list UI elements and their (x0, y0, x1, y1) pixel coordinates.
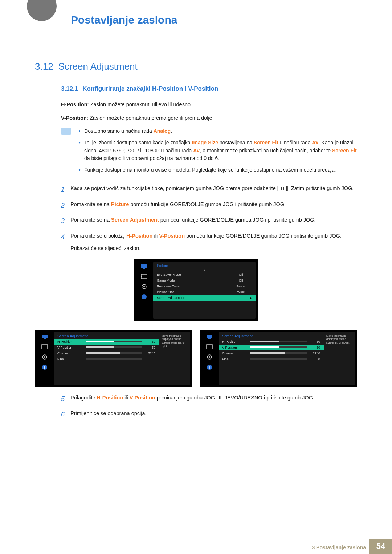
step4-c: ili (152, 233, 159, 239)
step5-a: Prilagodite (70, 395, 97, 401)
picture-frame-icon (140, 273, 148, 280)
osd-row-value: Off (230, 279, 252, 282)
svg-text:i: i (44, 365, 45, 369)
step3-screenadj: Screen Adjustment (111, 217, 159, 223)
osd-slider-row[interactable]: H-Position50 (54, 339, 159, 345)
page-footer: 3 Postavljanje zaslona 54 (0, 535, 392, 554)
slider-value: 50 (309, 346, 320, 349)
picture-frame-icon (41, 344, 49, 350)
step4-hpos: H-Position (126, 233, 153, 239)
svg-rect-9 (42, 345, 48, 349)
monitor-icon (41, 333, 49, 340)
svg-text:i: i (209, 365, 210, 369)
osd-slider-row[interactable]: V-Position50 (219, 345, 324, 350)
osd-selected-label: Screen Adjustment (157, 296, 250, 300)
chapter-title: Postavljanje zaslona (0, 0, 392, 26)
osd-hposition-panel: i Screen Adjustment H-Position50V-Positi… (35, 330, 192, 387)
step4-vpos: V-Position (159, 233, 185, 239)
osd-row-label: Eye Saver Mode (157, 273, 230, 276)
step-num: 4 (61, 232, 70, 253)
step3-c: pomoću funkcije GORE/DOLJE gumba JOG i p… (159, 217, 316, 223)
osd-row-selected[interactable]: Screen Adjustment ▸ (153, 295, 256, 301)
osd-slider-row[interactable]: Coarse2240 (54, 350, 159, 356)
step4-f: Prikazat će se sljedeći zaslon. (70, 244, 357, 253)
slider-value: 50 (144, 346, 155, 349)
step2-a: Pomaknite se na (70, 201, 111, 207)
slider-bar[interactable] (250, 358, 307, 360)
vposition-label: V-Position (61, 115, 87, 121)
osd-sidebar-right: i (202, 332, 217, 385)
osd-body: Picture ▲ Eye Saver ModeOffGame ModeOffR… (153, 262, 256, 319)
slider-bar[interactable] (250, 341, 307, 342)
step-4: 4 Pomaknite se u položaj H-Position ili … (61, 232, 357, 253)
step4-a: Pomaknite se u položaj (70, 233, 126, 239)
step1-a: Kada se pojavi vodič za funkcijske tipke… (70, 185, 279, 191)
slider-bar[interactable] (86, 358, 142, 360)
step-2: 2 Pomaknite se na Picture pomoću funkcij… (61, 200, 357, 211)
chevron-right-icon: ▸ (250, 296, 252, 300)
vposition-desc: V-Position: Zaslon možete pomaknuti prem… (61, 114, 357, 122)
svg-rect-14 (207, 335, 212, 338)
osd-slider-row[interactable]: V-Position50 (54, 345, 159, 350)
osd-row[interactable]: Response TimeFaster (153, 283, 256, 289)
hposition-desc: H-Position: Zaslon možete pomaknuti ulij… (61, 100, 357, 109)
slider-value: 50 (144, 340, 155, 344)
page-number: 54 (369, 539, 392, 554)
osd-menu-title: Picture (153, 262, 256, 268)
note1-part-a: Dostupno samo u načinu rada (84, 128, 154, 134)
note2-screenfit1: Screen Fit (254, 140, 278, 145)
svg-rect-7 (42, 335, 48, 338)
slider-value: 50 (309, 340, 320, 344)
osd-main-wrapper: i Picture ▲ Eye Saver ModeOffGame ModeOf… (35, 259, 357, 321)
osd-slider-row[interactable]: Fine0 (54, 356, 159, 362)
slider-bar[interactable] (86, 346, 142, 348)
slider-bar[interactable] (86, 352, 142, 354)
osd-slider-row[interactable]: H-Position50 (219, 339, 324, 345)
step5-vpos: V-Position (130, 395, 155, 401)
osd-info-right: Move the image displayed on the screen u… (324, 332, 355, 385)
vposition-text: : Zaslon možete pomaknuti prema gore ili… (87, 115, 214, 121)
svg-point-4 (143, 286, 145, 287)
step5-hpos: H-Position (97, 395, 123, 401)
slider-label: Fine (222, 357, 248, 361)
note-block: ● Dostupno samo u načinu rada Analog. ● … (61, 127, 357, 177)
note2-imagesize: Image Size (192, 140, 218, 145)
step-6: 6 Primijenit će se odabrana opcija. (61, 409, 357, 420)
slider-bar[interactable] (250, 352, 307, 354)
step3-a: Pomaknite se na (70, 217, 111, 223)
slider-value: 0 (144, 357, 155, 361)
osd-row[interactable]: Eye Saver ModeOff (153, 272, 256, 278)
osd-picture-menu: i Picture ▲ Eye Saver ModeOffGame ModeOf… (134, 259, 258, 321)
svg-text:i: i (144, 295, 145, 299)
slider-label: V-Position (222, 346, 248, 349)
slider-label: V-Position (57, 346, 83, 349)
bullet-dot-icon: ● (78, 166, 81, 174)
slider-label: Fine (57, 357, 83, 361)
osd-slider-row[interactable]: Coarse2240 (219, 350, 324, 356)
osd-right-pane: Screen Adjustment H-Position50V-Position… (219, 332, 324, 385)
subsection-heading: 3.12.1Konfiguriranje značajki H-Position… (61, 85, 357, 93)
slider-label: Coarse (222, 352, 248, 355)
subsection-number: 3.12.1 (61, 85, 78, 92)
osd-row[interactable]: Game ModeOff (153, 278, 256, 283)
slider-bar[interactable] (86, 341, 142, 342)
slider-label: H-Position (222, 340, 248, 344)
note2-i: , a monitor može prikazivati na uobičaje… (200, 148, 332, 153)
svg-rect-16 (207, 345, 212, 349)
osd-row-value: Off (230, 273, 252, 276)
subsection-name: Konfiguriranje značajki H-Position i V-P… (82, 85, 218, 92)
note-bullet-3: ● Funkcije dostupne na monitoru ovise o … (78, 166, 357, 174)
info-icon: i (140, 294, 148, 300)
note2-a: Taj je izbornik dostupan samo kada je zn… (84, 140, 192, 145)
osd-row[interactable]: Picture SizeWide (153, 289, 256, 295)
osd-left-pane: Screen Adjustment H-Position50V-Position… (54, 332, 159, 385)
svg-rect-15 (208, 338, 211, 339)
osd-slider-row[interactable]: Fine0 (219, 356, 324, 362)
page-header: Postavljanje zaslona (0, 0, 392, 28)
step-5: 5 Prilagodite H-Position ili V-Position … (61, 394, 357, 405)
steps-list-cont: 5 Prilagodite H-Position ili V-Position … (61, 394, 357, 420)
step-num: 6 (61, 409, 70, 420)
osd-row-label: Game Mode (157, 279, 230, 282)
slider-bar[interactable] (250, 346, 307, 348)
note2-av1: AV (312, 140, 318, 145)
